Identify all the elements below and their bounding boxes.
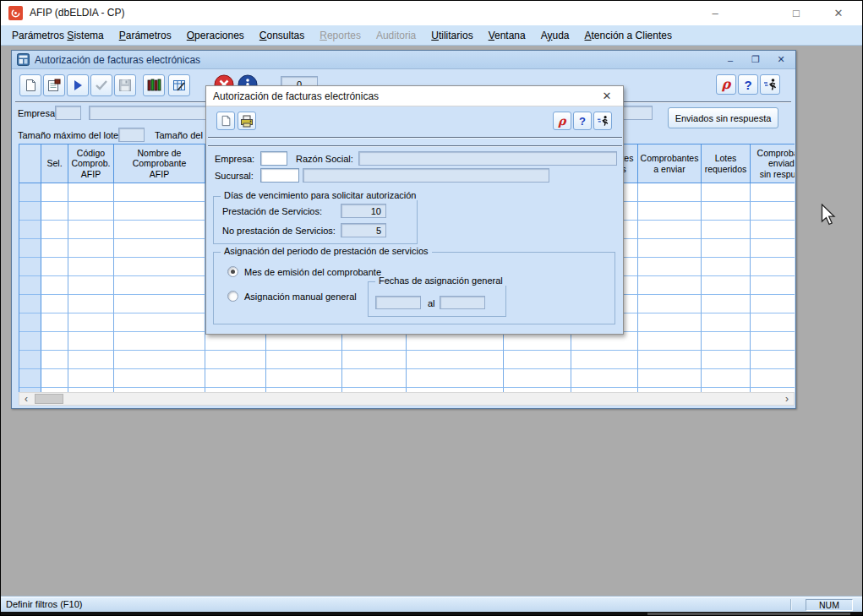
table-cell[interactable] bbox=[702, 221, 751, 239]
table-cell[interactable] bbox=[638, 295, 702, 313]
enviados-sin-respuesta-button[interactable]: Enviados sin respuesta bbox=[668, 107, 778, 128]
table-cell[interactable] bbox=[751, 332, 795, 351]
table-cell[interactable] bbox=[41, 202, 68, 221]
radio-mes-emision[interactable] bbox=[227, 266, 238, 277]
column-header[interactable]: Comprobantes enviados sin respuesta bbox=[751, 144, 795, 183]
table-cell[interactable] bbox=[68, 183, 114, 202]
scrollbar-thumb[interactable] bbox=[35, 394, 63, 404]
table-cell[interactable] bbox=[751, 369, 795, 388]
table-cell[interactable] bbox=[114, 258, 205, 276]
table-cell[interactable] bbox=[342, 351, 407, 369]
table-cell[interactable] bbox=[638, 332, 702, 351]
dialog-close-button[interactable]: ✕ bbox=[598, 89, 616, 104]
table-cell[interactable] bbox=[205, 351, 266, 369]
table-cell[interactable] bbox=[114, 221, 205, 239]
table-cell[interactable] bbox=[41, 258, 68, 276]
table-cell[interactable] bbox=[41, 276, 68, 295]
table-cell[interactable] bbox=[702, 258, 751, 276]
tamano-lote-field[interactable] bbox=[118, 128, 145, 142]
row-selector[interactable] bbox=[19, 239, 41, 258]
table-cell[interactable] bbox=[751, 351, 795, 369]
table-cell[interactable] bbox=[638, 369, 702, 388]
column-header[interactable] bbox=[19, 144, 41, 183]
scroll-right-button[interactable]: › bbox=[780, 393, 794, 405]
menu-item[interactable]: Parámetros bbox=[112, 27, 179, 44]
table-cell[interactable] bbox=[504, 351, 571, 369]
table-cell[interactable] bbox=[68, 313, 114, 332]
exit-button[interactable] bbox=[760, 74, 780, 95]
table-cell[interactable] bbox=[571, 332, 638, 351]
table-cell[interactable] bbox=[407, 369, 504, 388]
table-cell[interactable] bbox=[266, 369, 342, 388]
dialog-exit-button[interactable] bbox=[593, 112, 612, 130]
row-selector[interactable] bbox=[19, 351, 41, 369]
table-cell[interactable] bbox=[504, 332, 571, 351]
table-cell[interactable] bbox=[68, 295, 114, 313]
table-cell[interactable] bbox=[68, 369, 114, 388]
column-header[interactable]: Nombre de Comprobante AFIP bbox=[114, 144, 205, 183]
column-header[interactable]: Comprobantes a enviar bbox=[638, 144, 702, 183]
table-cell[interactable] bbox=[702, 276, 751, 295]
run-button[interactable] bbox=[67, 74, 89, 96]
table-cell[interactable] bbox=[751, 202, 795, 221]
table-cell[interactable] bbox=[114, 239, 205, 258]
filter-button[interactable]: ρ bbox=[716, 74, 736, 95]
menu-item[interactable]: Atención a Clientes bbox=[577, 27, 680, 44]
child-close-button[interactable]: ✕ bbox=[772, 53, 790, 67]
table-cell[interactable] bbox=[41, 239, 68, 258]
empresa-code-field[interactable] bbox=[55, 106, 81, 120]
menu-item[interactable]: Operaciones bbox=[179, 27, 252, 44]
table-cell[interactable] bbox=[407, 332, 504, 351]
table-cell[interactable] bbox=[702, 369, 751, 388]
menu-item[interactable]: Utilitarios bbox=[423, 27, 480, 44]
dialog-filter-button[interactable]: ρ bbox=[553, 112, 571, 130]
menu-item[interactable]: Consultas bbox=[252, 27, 312, 44]
table-cell[interactable] bbox=[114, 369, 205, 388]
dialog-sucursal-input[interactable] bbox=[260, 168, 299, 183]
table-cell[interactable] bbox=[114, 351, 205, 369]
row-selector[interactable] bbox=[19, 202, 41, 221]
table-cell[interactable] bbox=[638, 239, 702, 258]
row-selector[interactable] bbox=[19, 276, 41, 295]
table-cell[interactable] bbox=[114, 202, 205, 221]
table-cell[interactable] bbox=[751, 239, 795, 258]
grid-edit-button[interactable] bbox=[168, 74, 190, 96]
column-header[interactable]: Sel. bbox=[41, 144, 68, 183]
table-cell[interactable] bbox=[41, 183, 68, 202]
table-cell[interactable] bbox=[68, 258, 114, 276]
help-button[interactable]: ? bbox=[738, 74, 758, 95]
row-selector[interactable] bbox=[19, 369, 41, 388]
table-cell[interactable] bbox=[205, 332, 266, 351]
table-cell[interactable] bbox=[41, 221, 68, 239]
table-cell[interactable] bbox=[342, 332, 407, 351]
row-selector[interactable] bbox=[19, 258, 41, 276]
row-selector[interactable] bbox=[19, 183, 41, 202]
column-header[interactable]: Lotes requeridos bbox=[702, 144, 751, 183]
table-cell[interactable] bbox=[41, 351, 68, 369]
lots-button[interactable] bbox=[143, 74, 165, 96]
table-cell[interactable] bbox=[407, 351, 504, 369]
table-cell[interactable] bbox=[68, 276, 114, 295]
close-button[interactable]: ✕ bbox=[822, 1, 855, 25]
table-cell[interactable] bbox=[751, 313, 795, 332]
table-cell[interactable] bbox=[205, 369, 266, 388]
menu-item[interactable]: Parámetros Sistema bbox=[4, 27, 112, 44]
table-cell[interactable] bbox=[114, 276, 205, 295]
table-cell[interactable] bbox=[266, 332, 342, 351]
table-cell[interactable] bbox=[68, 351, 114, 369]
dialog-new-button[interactable] bbox=[216, 112, 235, 130]
fecha-desde-field[interactable] bbox=[375, 296, 421, 309]
table-cell[interactable] bbox=[702, 183, 751, 202]
column-header[interactable]: Código Comprob. AFIP bbox=[68, 144, 114, 183]
table-cell[interactable] bbox=[114, 332, 205, 351]
table-cell[interactable] bbox=[751, 295, 795, 313]
fecha-hasta-field[interactable] bbox=[440, 296, 485, 309]
no-prestacion-field[interactable]: 5 bbox=[341, 223, 386, 237]
table-cell[interactable] bbox=[114, 295, 205, 313]
table-cell[interactable] bbox=[751, 258, 795, 276]
table-cell[interactable] bbox=[751, 276, 795, 295]
table-cell[interactable] bbox=[638, 221, 702, 239]
radio-asignacion-manual-label[interactable]: Asignación manual general bbox=[244, 292, 357, 302]
table-cell[interactable] bbox=[638, 202, 702, 221]
properties-button[interactable] bbox=[43, 74, 65, 96]
